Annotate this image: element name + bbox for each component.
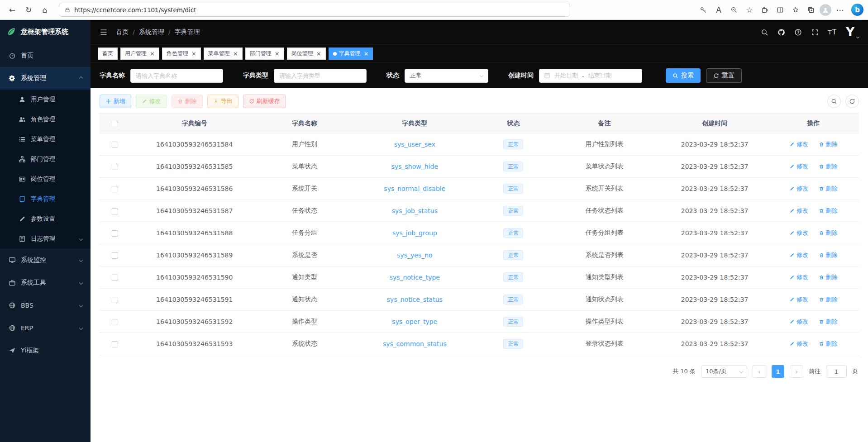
row-delete-link[interactable]: 删除 — [819, 185, 838, 193]
row-edit-link[interactable]: 修改 — [789, 140, 808, 148]
export-button[interactable]: 导出 — [207, 95, 238, 108]
dict-type-input[interactable] — [274, 69, 367, 83]
refresh-table-button[interactable] — [845, 95, 859, 108]
row-delete-link[interactable]: 删除 — [819, 273, 838, 281]
row-delete-link[interactable]: 删除 — [819, 251, 838, 259]
add-button[interactable]: + 新增 — [100, 95, 131, 108]
row-delete-link[interactable]: 删除 — [819, 340, 838, 348]
row-delete-link[interactable]: 删除 — [819, 295, 838, 304]
row-checkbox[interactable] — [112, 164, 118, 170]
edit-button[interactable]: 修改 — [136, 95, 167, 108]
favorites-bar-icon[interactable] — [789, 3, 802, 17]
tab[interactable]: 岗位管理 × — [287, 48, 326, 60]
sidebar-toggle-icon[interactable] — [100, 28, 108, 36]
row-checkbox[interactable] — [112, 186, 118, 192]
row-checkbox[interactable] — [112, 230, 118, 237]
row-edit-link[interactable]: 修改 — [789, 162, 808, 171]
refresh-cache-button[interactable]: 刷新缓存 — [243, 95, 286, 108]
help-icon[interactable] — [794, 29, 802, 36]
dict-type-link[interactable]: sys_job_group — [392, 229, 437, 237]
read-aloud-icon[interactable]: A — [712, 3, 725, 17]
font-size-icon[interactable]: тT — [828, 28, 837, 36]
row-checkbox[interactable] — [112, 208, 118, 214]
next-page-button[interactable]: › — [790, 365, 803, 378]
tab-close-icon[interactable]: × — [275, 51, 280, 57]
sidebar-item-role-management[interactable]: 角色管理 — [0, 109, 91, 129]
github-icon[interactable] — [777, 29, 785, 36]
sidebar-item-menu-management[interactable]: 菜单管理 — [0, 129, 91, 149]
row-edit-link[interactable]: 修改 — [789, 229, 808, 237]
sidebar-item-system-monitor[interactable]: 系统监控 — [0, 249, 91, 271]
extensions-icon[interactable] — [758, 3, 772, 17]
tab[interactable]: 菜单管理 × — [204, 48, 243, 60]
search-button[interactable]: 搜索 — [666, 68, 701, 83]
dict-type-link[interactable]: sys_job_status — [392, 207, 438, 214]
row-checkbox[interactable] — [112, 341, 118, 347]
date-range-picker[interactable]: 开始日期 - 结束日期 — [539, 69, 642, 83]
add-favorite-icon[interactable]: ☆ — [743, 3, 756, 17]
dict-type-link[interactable]: sys_user_sex — [394, 141, 435, 148]
sidebar-item-post-management[interactable]: 岗位管理 — [0, 169, 91, 189]
sidebar-item-department-management[interactable]: 部门管理 — [0, 149, 91, 169]
collections-icon[interactable] — [804, 3, 818, 17]
reset-button[interactable]: 重置 — [706, 68, 742, 83]
fullscreen-icon[interactable] — [811, 29, 819, 36]
row-checkbox[interactable] — [112, 297, 118, 303]
select-all-checkbox[interactable] — [112, 121, 118, 127]
row-delete-link[interactable]: 删除 — [819, 318, 838, 326]
settings-more-icon[interactable]: ⋯ — [833, 3, 847, 17]
bing-icon[interactable]: b — [851, 4, 863, 16]
zoom-out-icon[interactable] — [727, 3, 741, 17]
tab[interactable]: 用户管理 × — [120, 48, 159, 60]
sidebar-item-erp[interactable]: ERP — [0, 317, 91, 339]
tab[interactable]: 字典管理 × — [329, 48, 373, 60]
row-edit-link[interactable]: 修改 — [789, 207, 808, 215]
breadcrumb-item-home[interactable]: 首页 — [116, 28, 129, 36]
tab-close-icon[interactable]: × — [191, 51, 196, 57]
delete-button[interactable]: 删除 — [172, 95, 203, 108]
refresh-icon[interactable]: ↻ — [21, 3, 36, 17]
row-edit-link[interactable]: 修改 — [789, 251, 808, 259]
dict-type-link[interactable]: sys_notice_type — [390, 274, 440, 281]
row-checkbox[interactable] — [112, 275, 118, 281]
row-delete-link[interactable]: 删除 — [819, 207, 838, 215]
tab-close-icon[interactable]: × — [316, 51, 321, 57]
row-checkbox[interactable] — [112, 252, 118, 259]
address-bar[interactable]: https://ccnetcore.com:1101/system/dict — [59, 3, 570, 17]
tab-close-icon[interactable]: × — [233, 51, 238, 57]
row-edit-link[interactable]: 修改 — [789, 273, 808, 281]
status-select[interactable]: 正常 — [405, 69, 488, 83]
row-edit-link[interactable]: 修改 — [789, 185, 808, 193]
dict-type-link[interactable]: sys_normal_disable — [384, 185, 445, 192]
row-edit-link[interactable]: 修改 — [789, 295, 808, 304]
tab[interactable]: 部门管理 × — [245, 48, 284, 60]
tab-close-icon[interactable]: × — [150, 51, 155, 57]
row-delete-link[interactable]: 删除 — [819, 140, 838, 148]
sidebar-item-home[interactable]: 首页 — [0, 44, 91, 67]
tab[interactable]: 首页 — [98, 48, 118, 60]
dict-type-link[interactable]: sys_oper_type — [392, 318, 437, 325]
tab[interactable]: 角色管理 × — [162, 48, 201, 60]
tab-close-icon[interactable]: × — [364, 51, 369, 57]
row-delete-link[interactable]: 删除 — [819, 229, 838, 237]
prev-page-button[interactable]: ‹ — [753, 365, 766, 378]
sidebar-item-log-management[interactable]: 日志管理 — [0, 229, 91, 249]
back-icon[interactable]: ← — [5, 3, 20, 17]
dict-name-input[interactable] — [130, 69, 223, 83]
sidebar-item-dict-management[interactable]: 字典管理 — [0, 189, 91, 209]
sidebar-item-bbs[interactable]: BBS — [0, 294, 91, 317]
key-icon[interactable] — [696, 3, 710, 17]
sidebar-item-parameter-settings[interactable]: 参数设置 — [0, 209, 91, 229]
toggle-search-button[interactable] — [827, 95, 841, 108]
sidebar-item-user-management[interactable]: 用户管理 — [0, 90, 91, 109]
breadcrumb-item-system[interactable]: 系统管理 — [139, 28, 164, 36]
home-icon[interactable]: ⌂ — [37, 3, 52, 17]
dict-type-link[interactable]: sys_show_hide — [391, 163, 438, 170]
row-delete-link[interactable]: 删除 — [819, 162, 838, 171]
dict-type-link[interactable]: sys_common_status — [383, 340, 447, 347]
row-checkbox[interactable] — [112, 319, 118, 325]
page-number-1[interactable]: 1 — [772, 365, 784, 378]
goto-page-input[interactable] — [826, 365, 847, 378]
row-checkbox[interactable] — [112, 142, 118, 148]
profile-avatar[interactable] — [820, 4, 831, 16]
